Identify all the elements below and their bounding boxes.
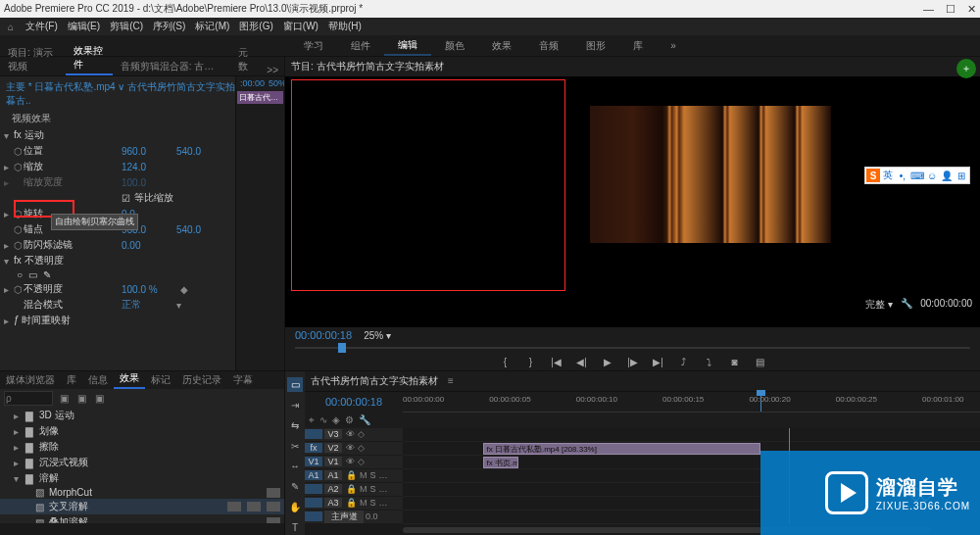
- selection-tool[interactable]: ▭: [287, 377, 303, 392]
- go-to-out-button[interactable]: ▶|: [651, 355, 666, 368]
- workspace-overflow[interactable]: »: [657, 35, 690, 56]
- lift-button[interactable]: ⤴: [676, 355, 692, 368]
- twirl-icon[interactable]: ▸: [14, 442, 25, 453]
- effects-search-input[interactable]: [4, 391, 53, 406]
- timeline-settings-icon[interactable]: ⚙: [345, 414, 354, 426]
- ec-mini-timeline[interactable]: :00:00 50% 日暮古代私塾.mp4: [235, 76, 284, 370]
- add-button[interactable]: ＋: [956, 59, 976, 78]
- menu-marker[interactable]: 标记(M): [191, 20, 233, 33]
- clip-v1[interactable]: fx 书页.mp4 [V]: [483, 457, 517, 468]
- workspace-libraries[interactable]: 库: [619, 35, 657, 56]
- effects-item[interactable]: ▧叠加溶解: [0, 514, 284, 523]
- twirl-icon[interactable]: ▸: [14, 426, 25, 437]
- ime-lang[interactable]: 英: [881, 169, 895, 182]
- maximize-button[interactable]: ☐: [946, 3, 956, 16]
- workspace-graphics[interactable]: 图形: [572, 35, 619, 56]
- menu-window[interactable]: 窗口(W): [279, 20, 322, 33]
- effects-folder[interactable]: ▸▇沉浸式视频: [0, 455, 284, 470]
- type-tool[interactable]: T: [287, 520, 303, 535]
- program-zoom[interactable]: 25% ▾: [364, 330, 391, 341]
- ime-punct-icon[interactable]: •,: [896, 169, 909, 182]
- pen-tool[interactable]: ✎: [287, 479, 303, 494]
- track-a2-header[interactable]: A2🔒MS…: [305, 483, 403, 497]
- ime-toolbox-icon[interactable]: ⊞: [955, 169, 968, 182]
- menu-sequence[interactable]: 序列(S): [149, 20, 189, 33]
- effects-folder[interactable]: ▾▇溶解: [0, 470, 284, 486]
- close-button[interactable]: ✕: [967, 3, 976, 16]
- program-monitor[interactable]: [285, 76, 980, 327]
- tab-effects[interactable]: 效果: [114, 369, 145, 389]
- clip-v2[interactable]: fx 日暮古代私塾.mp4 [208.33%]: [483, 443, 760, 455]
- add-marker-icon[interactable]: ◈: [332, 414, 340, 426]
- play-button[interactable]: ▶: [600, 355, 615, 368]
- tab-metadata[interactable]: 元数: [230, 44, 262, 75]
- clip-bounds-overlay[interactable]: [291, 79, 565, 291]
- ripple-edit-tool[interactable]: ⇆: [287, 418, 303, 433]
- safe-margins-button[interactable]: ▤: [753, 355, 768, 368]
- track-select-tool[interactable]: ⇥: [287, 398, 303, 413]
- effects-item[interactable]: ▧交叉溶解: [0, 499, 284, 514]
- workspace-effects[interactable]: 效果: [478, 35, 525, 56]
- razor-tool[interactable]: ✂: [287, 439, 303, 454]
- workspace-audio[interactable]: 音频: [525, 35, 572, 56]
- checkbox-uniform[interactable]: ☑: [122, 193, 130, 204]
- snap-icon[interactable]: ⌖: [309, 414, 315, 426]
- twirl-icon[interactable]: ▾: [4, 256, 14, 267]
- filter-accelerated-icon[interactable]: ▣: [57, 393, 71, 404]
- hand-tool[interactable]: ✋: [287, 500, 303, 514]
- mark-out-button[interactable]: }: [523, 355, 539, 368]
- workspace-assembly[interactable]: 组件: [337, 35, 384, 56]
- sequence-name[interactable]: 古代书房竹简古文字实拍素材: [311, 374, 438, 388]
- panel-overflow[interactable]: >>: [261, 65, 284, 75]
- go-to-in-button[interactable]: |◀: [549, 355, 564, 368]
- pen-mask-icon[interactable]: ✎: [43, 269, 51, 280]
- step-fwd-button[interactable]: |▶: [625, 355, 641, 368]
- tab-history[interactable]: 历史记录: [176, 371, 227, 389]
- ime-brand-icon[interactable]: S: [866, 169, 880, 182]
- settings-icon[interactable]: 🔧: [901, 298, 912, 312]
- workspace-editing[interactable]: 编辑: [384, 35, 431, 56]
- extract-button[interactable]: ⤵: [702, 355, 717, 368]
- ellipse-mask-icon[interactable]: ○: [17, 269, 23, 280]
- ec-mini-clip[interactable]: 日暮古代私塾.mp4: [237, 91, 283, 104]
- workspace-color[interactable]: 颜色: [431, 35, 478, 56]
- filter-yuv-icon[interactable]: ▣: [92, 393, 106, 404]
- keyframe-diamond-icon[interactable]: ◆: [180, 284, 190, 295]
- twirl-icon[interactable]: ▾: [4, 130, 14, 141]
- twirl-icon[interactable]: ▾: [14, 473, 25, 484]
- tab-effect-controls[interactable]: 效果控件: [66, 42, 112, 75]
- linked-selection-icon[interactable]: ∿: [319, 414, 327, 426]
- tab-libraries[interactable]: 库: [61, 371, 82, 389]
- program-timecode[interactable]: 00:00:00:18: [295, 329, 352, 341]
- home-icon[interactable]: ⌂: [4, 20, 18, 33]
- rect-mask-icon[interactable]: ▭: [28, 269, 37, 280]
- effects-folder[interactable]: ▸▇3D 运动: [0, 408, 284, 423]
- twirl-icon[interactable]: ▸: [4, 316, 14, 326]
- menu-graphics[interactable]: 图形(G): [235, 20, 276, 33]
- track-v1-header[interactable]: V1V1👁◇: [305, 456, 403, 469]
- export-frame-button[interactable]: ◙: [727, 355, 743, 368]
- track-a3-header[interactable]: A3🔒MS…: [305, 497, 403, 511]
- resolution-select[interactable]: 完整 ▾: [865, 298, 893, 312]
- menu-edit[interactable]: 编辑(E): [64, 20, 104, 33]
- track-v2-header[interactable]: fxV2👁◇: [305, 442, 403, 456]
- ime-keyboard-icon[interactable]: ⌨: [910, 169, 924, 182]
- slip-tool[interactable]: ↔: [287, 460, 303, 474]
- menu-help[interactable]: 帮助(H): [324, 20, 366, 33]
- ime-emoji-icon[interactable]: ☺: [925, 169, 939, 182]
- tab-audio-mixer[interactable]: 音频剪辑混合器: 古代书房竹简古文字实拍素材: [113, 58, 230, 75]
- effects-folder[interactable]: ▸▇划像: [0, 423, 284, 439]
- tab-project[interactable]: 项目: 演示视频: [0, 44, 66, 75]
- timeline-timecode[interactable]: 00:00:00:18: [305, 392, 403, 413]
- tab-markers[interactable]: 标记: [145, 371, 176, 389]
- filter-32bit-icon[interactable]: ▣: [74, 393, 88, 404]
- effects-tree[interactable]: ▸▇3D 运动▸▇划像▸▇擦除▸▇沉浸式视频▾▇溶解▧MorphCut▧交叉溶解…: [0, 408, 284, 523]
- track-v3-header[interactable]: V3👁◇: [305, 428, 403, 442]
- workspace-learn[interactable]: 学习: [290, 35, 337, 56]
- playhead-icon[interactable]: [338, 343, 346, 353]
- tab-captions[interactable]: 字幕: [227, 371, 259, 389]
- tab-media-browser[interactable]: 媒体浏览器: [0, 371, 61, 389]
- menu-file[interactable]: 文件(F): [22, 20, 62, 33]
- track-a1-header[interactable]: A1A1🔒MS…: [305, 469, 403, 483]
- track-master-header[interactable]: 主声道0.0: [305, 511, 403, 524]
